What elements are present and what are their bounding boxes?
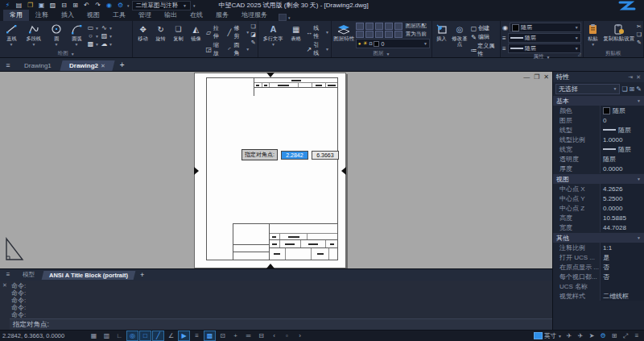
ortho-toggle[interactable]: ∟ bbox=[114, 331, 126, 341]
doc-restore-icon[interactable]: ❐ bbox=[534, 73, 539, 81]
rotate-button[interactable]: ↻ 旋转 bbox=[152, 23, 169, 43]
annotation-autoscale-icon[interactable]: ✈ bbox=[576, 332, 585, 340]
select-objects-icon[interactable]: ⊞ bbox=[630, 85, 635, 93]
save-icon[interactable]: ▣ bbox=[37, 2, 46, 10]
layer-isolate-icon[interactable] bbox=[385, 23, 393, 30]
ribbon-tab-常用[interactable]: 常用 bbox=[3, 10, 29, 21]
redo-icon[interactable]: ↷ bbox=[93, 2, 102, 10]
lineweight-display-toggle[interactable]: ≡ bbox=[191, 331, 203, 341]
panel-label-layer[interactable]: 图层▼ bbox=[332, 50, 431, 57]
customize-menu-icon[interactable]: ≡ bbox=[632, 332, 642, 340]
quick-access-overflow-caret[interactable]: ▾ bbox=[193, 3, 196, 8]
explode-icon[interactable]: ✎ bbox=[251, 40, 256, 46]
ribbon-tab-工具[interactable]: 工具 bbox=[106, 10, 132, 21]
annotate-引线-button[interactable]: ↗引线▼ bbox=[306, 41, 329, 57]
table-button[interactable]: ▦ 表格 bbox=[287, 23, 305, 43]
property-value[interactable]: 二维线框 bbox=[600, 291, 644, 301]
layer-图层匹配-button[interactable]: 图层匹配 bbox=[406, 23, 427, 30]
quick-properties-toggle[interactable]: ⊟ bbox=[255, 331, 267, 341]
mtext-button[interactable]: A 多行文字 ▼ bbox=[260, 23, 287, 47]
print-icon[interactable]: ⊟ bbox=[60, 2, 68, 10]
block-定义属性-button[interactable]: ≔定义属性 bbox=[470, 42, 498, 58]
panel-label-draw[interactable]: 绘图▼ bbox=[0, 50, 132, 57]
drawing-canvas[interactable]: — ❐ ✕ bbox=[0, 72, 552, 268]
dynamic-ucs-toggle[interactable]: ∠ bbox=[165, 331, 177, 341]
layer-merge-icon[interactable] bbox=[385, 31, 393, 38]
ribbon-tab-overflow[interactable]: ▾ bbox=[279, 14, 291, 21]
linetype-control-dropdown[interactable]: 随层▼ bbox=[508, 44, 581, 53]
zwcad-logo-icon[interactable]: ⚡ bbox=[3, 2, 12, 10]
property-value[interactable]: 0 bbox=[600, 115, 644, 125]
property-value[interactable]: 0.0000 bbox=[600, 164, 644, 173]
property-value[interactable]: 44.7028 bbox=[600, 222, 644, 232]
property-value[interactable]: 否 bbox=[600, 262, 644, 272]
modify-拉伸-button[interactable]: ▱拉伸 bbox=[205, 24, 225, 40]
block-编辑-button[interactable]: ✎编辑 bbox=[470, 33, 489, 41]
layer-bulb-icon[interactable]: ● bbox=[358, 41, 361, 46]
layer-lock-icon[interactable]: ◘ bbox=[369, 41, 373, 46]
gradient-button[interactable]: ▩▼ bbox=[87, 40, 99, 48]
property-value[interactable]: 随层 bbox=[600, 106, 644, 115]
layer-dropdown[interactable]: ● ☀ ◘ 0 ▼ bbox=[356, 39, 430, 48]
mirror-button[interactable]: ◭ 镜像 bbox=[188, 23, 204, 43]
ribbon-tab-输出[interactable]: 输出 bbox=[158, 10, 184, 21]
modify-缩放-button[interactable]: ◲缩放 bbox=[205, 41, 225, 57]
ribbon-tab-在线[interactable]: 在线 bbox=[184, 10, 209, 21]
arc-button[interactable]: 圆弧 ▼ bbox=[67, 23, 86, 47]
revision-cloud-button[interactable]: ☁▼ bbox=[101, 40, 113, 48]
property-value[interactable]: 5.2500 bbox=[600, 193, 644, 203]
close-icon[interactable]: ✕ bbox=[636, 74, 641, 81]
selection-cycling-toggle[interactable]: ⊡ bbox=[217, 331, 229, 341]
doc-close-icon[interactable]: ✕ bbox=[543, 73, 549, 81]
layer-off-icon[interactable] bbox=[356, 23, 364, 30]
hatch-button[interactable]: ▨▼ bbox=[101, 32, 113, 40]
command-close-icon[interactable]: ✕ bbox=[2, 282, 7, 289]
property-value[interactable]: 否 bbox=[600, 272, 644, 281]
new-layout-button[interactable]: + bbox=[136, 271, 148, 279]
new-file-icon[interactable]: ▤ bbox=[14, 2, 23, 10]
ribbon-tab-注释[interactable]: 注释 bbox=[29, 10, 55, 21]
fullscreen-icon[interactable]: ⤢ bbox=[621, 332, 630, 340]
close-tab-icon[interactable]: ✕ bbox=[101, 63, 105, 69]
property-value[interactable]: 0.0000 bbox=[600, 203, 644, 213]
section-header-视图[interactable]: 视图▼ bbox=[553, 174, 644, 184]
hardware-acceleration-icon[interactable]: ⊞ bbox=[609, 332, 619, 340]
panel-launcher-icon[interactable]: ◿ bbox=[578, 52, 581, 56]
command-window[interactable]: ✕ 命令:命令:命令:命令:命令: 指定对角点: bbox=[0, 281, 552, 330]
doc-tab-drawing1[interactable]: Drawing1 bbox=[14, 60, 60, 71]
copy-icon[interactable]: ❏ bbox=[637, 31, 642, 38]
layer-置为当前-button[interactable]: 置为当前 bbox=[406, 31, 427, 38]
modify-修剪-button[interactable]: ╱修剪▼ bbox=[226, 24, 250, 40]
isometric-draft-toggle[interactable]: ═ bbox=[242, 331, 254, 341]
layout-tab-model[interactable]: 模型 bbox=[15, 270, 43, 280]
move-button[interactable]: ✥ 移动 bbox=[134, 23, 151, 43]
new-drawing-tab-button[interactable]: + bbox=[115, 60, 130, 71]
property-value[interactable]: 随层 bbox=[600, 125, 644, 135]
panel-label-properties[interactable]: 属性▼ bbox=[501, 53, 583, 60]
section-header-基本[interactable]: 基本▼ bbox=[553, 96, 644, 106]
ribbon-tab-插入[interactable]: 插入 bbox=[55, 10, 80, 21]
copy-button[interactable]: ❏ 复制 bbox=[170, 23, 187, 43]
transparency-toggle[interactable]: ▩ bbox=[204, 331, 216, 341]
online-icon[interactable]: ◉ bbox=[105, 2, 114, 10]
layer-lock-icon[interactable] bbox=[375, 23, 383, 30]
layer-freeze-icon[interactable] bbox=[365, 23, 374, 30]
layer-unlock-icon[interactable] bbox=[375, 31, 383, 38]
property-value[interactable]: 4.2626 bbox=[600, 184, 644, 193]
ribbon-tab-管理[interactable]: 管理 bbox=[132, 10, 158, 21]
cut-icon[interactable]: ✂ bbox=[637, 23, 642, 30]
object-snap-toggle[interactable]: □ bbox=[139, 331, 151, 341]
grid-toggle[interactable]: ▦ bbox=[88, 331, 100, 341]
dynamic-input-x-field[interactable]: 2.2842 bbox=[281, 151, 308, 160]
annotate-线性-button[interactable]: ↔线性▼ bbox=[306, 24, 329, 40]
auto-hide-icon[interactable]: ⇥ bbox=[628, 74, 633, 81]
property-value[interactable] bbox=[600, 281, 644, 291]
property-value[interactable]: 随层 bbox=[600, 144, 644, 154]
layer-walk-icon[interactable] bbox=[394, 23, 402, 30]
quick-select-icon[interactable]: ✎ bbox=[636, 85, 642, 93]
undo-dropdown-caret[interactable]: ▾ bbox=[127, 3, 130, 8]
layer-on-icon[interactable] bbox=[356, 31, 364, 38]
layer-properties-button[interactable]: 图层特性 bbox=[333, 23, 355, 41]
snap-toggle[interactable]: ▥ bbox=[101, 331, 113, 341]
section-header-其他[interactable]: 其他▼ bbox=[553, 233, 644, 243]
